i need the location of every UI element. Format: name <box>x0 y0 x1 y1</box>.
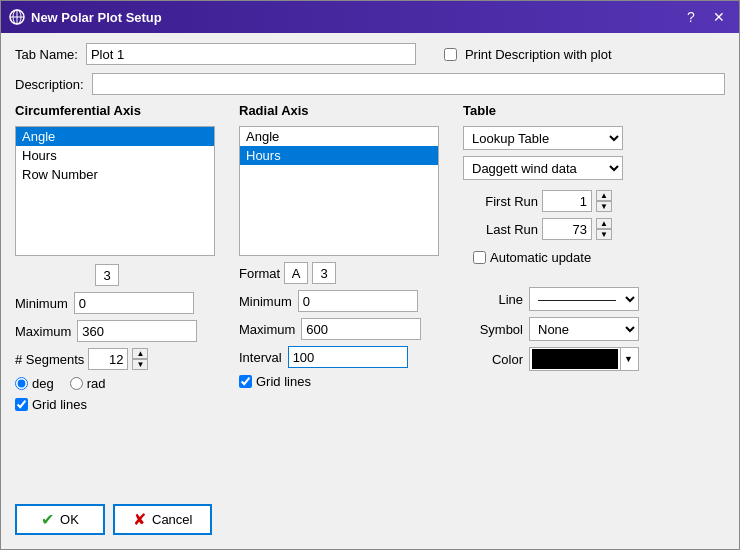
last-run-label: Last Run <box>473 222 538 237</box>
list-item[interactable]: Hours <box>240 146 438 165</box>
tab-name-row: Tab Name: Print Description with plot <box>15 43 725 65</box>
circ-grid-lines-checkbox[interactable] <box>15 398 28 411</box>
radial-interval-input[interactable] <box>288 346 408 368</box>
main-sections: Circumferential Axis Angle Hours Row Num… <box>15 103 725 484</box>
list-item[interactable]: Hours <box>16 146 214 165</box>
circ-maximum-input[interactable] <box>77 320 197 342</box>
line-symbol-color: Line —————— – – – – · · · · · Symbol Non… <box>473 287 725 371</box>
color-preview <box>532 349 618 369</box>
ok-button[interactable]: ✔ OK <box>15 504 105 535</box>
dialog: New Polar Plot Setup ? ✕ Tab Name: Print… <box>0 0 740 550</box>
first-run-label: First Run <box>473 194 538 209</box>
deg-radio[interactable] <box>15 377 28 390</box>
auto-update-checkbox[interactable] <box>473 251 486 264</box>
tab-name-label: Tab Name: <box>15 47 78 62</box>
radial-axis-title: Radial Axis <box>239 103 449 118</box>
last-run-row: Last Run ▲ ▼ <box>473 218 725 240</box>
last-run-down[interactable]: ▼ <box>596 229 612 240</box>
first-run-spinner: ▲ ▼ <box>596 190 612 212</box>
close-button[interactable]: ✕ <box>707 7 731 27</box>
rad-radio[interactable] <box>70 377 83 390</box>
table-title: Table <box>463 103 725 118</box>
first-run-up[interactable]: ▲ <box>596 190 612 201</box>
circ-segments-input[interactable] <box>88 348 128 370</box>
circumferential-axis-section: Circumferential Axis Angle Hours Row Num… <box>15 103 225 484</box>
radial-format-row: Format A 3 <box>239 262 449 284</box>
circ-unit-group: deg rad <box>15 376 225 391</box>
lookup-table-select[interactable]: Lookup Table <box>463 126 623 150</box>
first-run-input[interactable] <box>542 190 592 212</box>
line-row: Line —————— – – – – · · · · · <box>473 287 725 311</box>
radial-minimum-label: Minimum <box>239 294 292 309</box>
symbol-label: Symbol <box>473 322 523 337</box>
circ-segments-down[interactable]: ▼ <box>132 359 148 370</box>
ok-icon: ✔ <box>41 510 54 529</box>
circ-segments-up[interactable]: ▲ <box>132 348 148 359</box>
color-row: Color ▼ <box>473 347 725 371</box>
radial-interval-row: Interval <box>239 346 449 368</box>
radial-maximum-label: Maximum <box>239 322 295 337</box>
circ-minimum-input[interactable] <box>74 292 194 314</box>
circ-maximum-label: Maximum <box>15 324 71 339</box>
circ-step-box: 3 <box>95 264 119 286</box>
cancel-label: Cancel <box>152 512 192 527</box>
print-description-checkbox[interactable] <box>444 48 457 61</box>
deg-radio-label[interactable]: deg <box>15 376 54 391</box>
radial-minimum-input[interactable] <box>298 290 418 312</box>
symbol-select[interactable]: None Circle Square Triangle <box>529 317 639 341</box>
tab-name-input[interactable] <box>86 43 416 65</box>
symbol-row: Symbol None Circle Square Triangle <box>473 317 725 341</box>
radial-minimum-row: Minimum <box>239 290 449 312</box>
radial-grid-lines-label[interactable]: Grid lines <box>239 374 449 389</box>
list-item[interactable]: Angle <box>16 127 214 146</box>
radial-format-step: 3 <box>312 262 336 284</box>
first-run-down[interactable]: ▼ <box>596 201 612 212</box>
color-label: Color <box>473 352 523 367</box>
print-description-label: Print Description with plot <box>465 47 612 62</box>
circumferential-axis-listbox[interactable]: Angle Hours Row Number <box>15 126 215 256</box>
line-label: Line <box>473 292 523 307</box>
last-run-input[interactable] <box>542 218 592 240</box>
last-run-up[interactable]: ▲ <box>596 218 612 229</box>
radial-format-value: A <box>284 262 308 284</box>
circ-grid-lines-label[interactable]: Grid lines <box>15 397 225 412</box>
description-label: Description: <box>15 77 84 92</box>
bottom-bar: ✔ OK ✘ Cancel <box>1 494 739 549</box>
color-dropdown-arrow[interactable]: ▼ <box>620 348 636 370</box>
app-icon <box>9 9 25 25</box>
cancel-icon: ✘ <box>133 510 146 529</box>
data-source-select[interactable]: Daggett wind data <box>463 156 623 180</box>
title-bar: New Polar Plot Setup ? ✕ <box>1 1 739 33</box>
list-item[interactable]: Angle <box>240 127 438 146</box>
auto-update-label[interactable]: Automatic update <box>473 250 725 265</box>
description-row: Description: <box>15 73 725 95</box>
cancel-button[interactable]: ✘ Cancel <box>113 504 212 535</box>
radial-axis-listbox[interactable]: Angle Hours <box>239 126 439 256</box>
radial-axis-section: Radial Axis Angle Hours Format A 3 Minim… <box>239 103 449 484</box>
ok-label: OK <box>60 512 79 527</box>
radial-format-label: Format <box>239 266 280 281</box>
last-run-spinner: ▲ ▼ <box>596 218 612 240</box>
color-select-wrapper[interactable]: ▼ <box>529 347 639 371</box>
circ-segments-spinner: ▲ ▼ <box>132 348 148 370</box>
description-input[interactable] <box>92 73 725 95</box>
circ-segments-label: # Segments <box>15 352 84 367</box>
radial-maximum-input[interactable] <box>301 318 421 340</box>
radial-maximum-row: Maximum <box>239 318 449 340</box>
table-section: Table Lookup Table Daggett wind data Fir… <box>463 103 725 484</box>
circ-segments-row: # Segments ▲ ▼ <box>15 348 225 370</box>
dialog-title: New Polar Plot Setup <box>31 10 162 25</box>
dialog-content: Tab Name: Print Description with plot De… <box>1 33 739 494</box>
radial-grid-lines-checkbox[interactable] <box>239 375 252 388</box>
circ-minimum-row: Minimum <box>15 292 225 314</box>
action-buttons: ✔ OK ✘ Cancel <box>15 504 212 535</box>
radial-interval-label: Interval <box>239 350 282 365</box>
line-select[interactable]: —————— – – – – · · · · · <box>529 287 639 311</box>
circumferential-axis-title: Circumferential Axis <box>15 103 225 118</box>
circ-maximum-row: Maximum <box>15 320 225 342</box>
list-item[interactable]: Row Number <box>16 165 214 184</box>
help-button[interactable]: ? <box>679 7 703 27</box>
first-run-row: First Run ▲ ▼ <box>473 190 725 212</box>
rad-radio-label[interactable]: rad <box>70 376 106 391</box>
circ-minimum-label: Minimum <box>15 296 68 311</box>
